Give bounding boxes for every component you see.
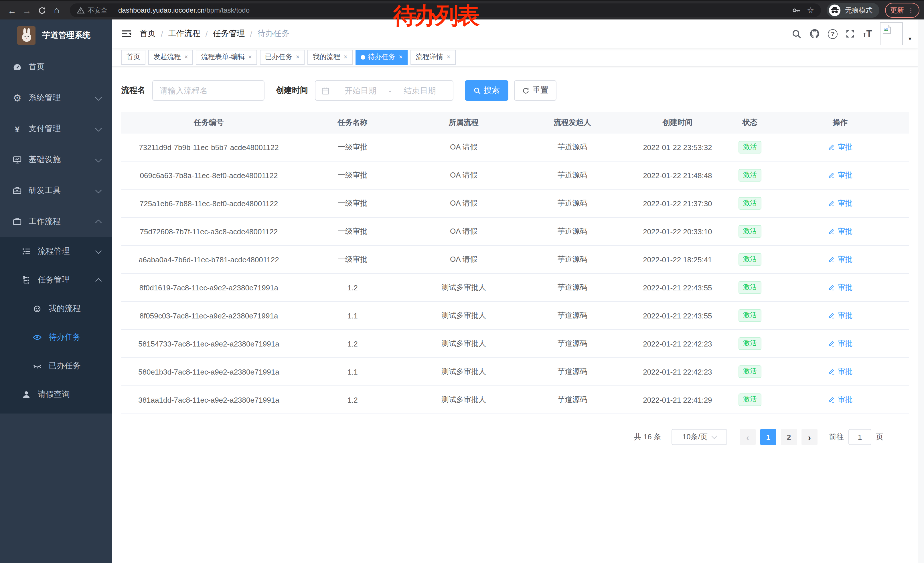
table-row: 8f059c03-7ac8-11ec-a9e2-a2380e71991a 1.1… <box>122 302 909 330</box>
sidebar-fold-icon[interactable] <box>122 29 132 38</box>
sidebar-item-label: 研发工具 <box>28 186 61 196</box>
create-time-label: 创建时间 <box>276 86 308 96</box>
browser-home-icon[interactable] <box>49 3 64 18</box>
sidebar-item-system[interactable]: 系统管理 <box>0 83 112 113</box>
col-task-id: 任务编号 <box>122 112 296 133</box>
fullscreen-icon[interactable] <box>846 29 855 38</box>
sidebar-item-my-process[interactable]: 我的流程 <box>0 294 112 323</box>
browser-reload-icon[interactable] <box>34 3 49 18</box>
prev-page-button[interactable] <box>740 429 756 445</box>
password-key-icon[interactable] <box>792 6 801 15</box>
breadcrumb-home[interactable]: 首页 <box>140 29 156 39</box>
sidebar-item-label: 系统管理 <box>28 93 61 103</box>
sidebar-item-task-mgmt[interactable]: 任务管理 <box>0 266 112 294</box>
incognito-icon <box>828 4 841 17</box>
table-row: 725a1eb6-7b88-11ec-8ef0-acde48001122 一级审… <box>122 189 909 217</box>
reset-button[interactable]: 重置 <box>514 80 556 101</box>
app-logo[interactable]: 芋道管理系统 <box>0 20 112 51</box>
tags-view-bar: 首页 发起流程 流程表单-编辑 已办任务 我的流程 待办任务 流程详情 <box>112 48 918 66</box>
help-icon[interactable] <box>828 29 837 39</box>
breadcrumb-task-mgmt[interactable]: 任务管理 <box>213 29 245 39</box>
sidebar-item-process-mgmt[interactable]: 流程管理 <box>0 237 112 266</box>
sidebar-item-workflow[interactable]: 工作流程 <box>0 206 112 237</box>
pencil-icon <box>828 228 835 235</box>
col-status: 状态 <box>729 112 771 133</box>
sidebar-item-label: 请假查询 <box>38 389 70 400</box>
approve-link[interactable]: 审批 <box>828 338 852 349</box>
goto-page-input[interactable] <box>848 429 872 445</box>
chevron-down-icon <box>95 125 102 131</box>
status-badge: 激活 <box>738 365 761 378</box>
tab-todo-tasks[interactable]: 待办任务 <box>356 50 408 65</box>
broken-image-icon <box>882 24 892 35</box>
approve-link[interactable]: 审批 <box>828 170 852 180</box>
close-icon[interactable] <box>184 54 188 60</box>
approve-link[interactable]: 审批 <box>828 226 852 237</box>
tab-my-process[interactable]: 我的流程 <box>308 50 352 65</box>
close-icon[interactable] <box>447 54 450 60</box>
address-bar[interactable]: 不安全 dashboard.yudao.iocoder.cn /bpm/task… <box>70 3 821 17</box>
page-button-2[interactable]: 2 <box>781 429 797 445</box>
chevron-up-icon <box>95 219 102 226</box>
site-security-chip[interactable]: 不安全 <box>77 6 107 15</box>
process-name-input[interactable] <box>152 80 264 101</box>
avatar[interactable] <box>880 23 903 45</box>
browser-back-icon[interactable] <box>4 3 20 18</box>
approve-link[interactable]: 审批 <box>828 395 852 405</box>
breadcrumb-workflow[interactable]: 工作流程 <box>168 29 200 39</box>
incognito-label: 无痕模式 <box>845 6 873 15</box>
table-row: a6aba0a4-7b6d-11ec-b781-acde48001122 一级审… <box>122 245 909 273</box>
tab-process-detail[interactable]: 流程详情 <box>411 50 455 65</box>
status-badge: 激活 <box>738 393 761 406</box>
next-page-button[interactable] <box>801 429 818 445</box>
github-icon[interactable] <box>810 29 820 39</box>
sidebar-item-dev[interactable]: 研发工具 <box>0 175 112 206</box>
sidebar-item-todo-tasks[interactable]: 待办任务 <box>0 323 112 352</box>
browser-menu-icon[interactable] <box>908 6 914 14</box>
approve-link[interactable]: 审批 <box>828 198 852 209</box>
avatar-caret-icon[interactable] <box>909 36 911 42</box>
close-icon[interactable] <box>344 54 348 60</box>
date-range-picker[interactable]: - <box>315 80 453 101</box>
tab-start-process[interactable]: 发起流程 <box>148 50 193 65</box>
search-button[interactable]: 搜索 <box>465 80 508 101</box>
bookmark-star-icon[interactable] <box>807 6 814 15</box>
sidebar-item-home[interactable]: 首页 <box>0 51 112 83</box>
status-badge: 激活 <box>738 225 761 238</box>
close-icon[interactable] <box>399 54 403 60</box>
tab-form-edit[interactable]: 流程表单-编辑 <box>196 50 257 65</box>
app-root: 不安全 dashboard.yudao.iocoder.cn /bpm/task… <box>0 0 924 563</box>
end-date-input[interactable] <box>393 86 447 96</box>
close-icon[interactable] <box>296 54 300 60</box>
search-icon[interactable] <box>792 29 801 39</box>
url-path: /bpm/task/todo <box>205 6 250 14</box>
browser-chrome: 不安全 dashboard.yudao.iocoder.cn /bpm/task… <box>0 0 924 20</box>
sidebar: 芋道管理系统 首页 系统管理 支付管理 基础设施 <box>0 20 112 563</box>
approve-link[interactable]: 审批 <box>828 311 852 321</box>
font-size-icon[interactable] <box>863 29 872 39</box>
page-size-select[interactable]: 10条/页 <box>672 429 727 445</box>
browser-forward-icon[interactable] <box>20 3 34 18</box>
table-row: 381aa1dd-7ac8-11ec-a9e2-a2380e71991a 1.2… <box>122 386 909 414</box>
approve-link[interactable]: 审批 <box>828 142 852 152</box>
scrollbar[interactable] <box>918 20 924 563</box>
approve-link[interactable]: 审批 <box>828 254 852 264</box>
sidebar-item-pay[interactable]: 支付管理 <box>0 113 112 144</box>
pencil-icon <box>828 312 835 319</box>
tab-home[interactable]: 首页 <box>122 50 146 65</box>
close-icon[interactable] <box>248 54 252 60</box>
sidebar-item-label: 基础设施 <box>28 155 61 165</box>
table-row: 58154733-7ac8-11ec-a9e2-a2380e71991a 1.2… <box>122 330 909 358</box>
sidebar-item-done-tasks[interactable]: 已办任务 <box>0 352 112 380</box>
start-date-input[interactable] <box>333 86 388 96</box>
approve-link[interactable]: 审批 <box>828 282 852 293</box>
sidebar-item-leave-query[interactable]: 请假查询 <box>0 380 112 409</box>
tab-done-tasks[interactable]: 已办任务 <box>260 50 305 65</box>
browser-update-button[interactable]: 更新 <box>885 3 920 18</box>
process-name-label: 流程名 <box>122 86 146 96</box>
sidebar-item-infra[interactable]: 基础设施 <box>0 144 112 175</box>
approve-link[interactable]: 审批 <box>828 366 852 377</box>
page-button-1[interactable]: 1 <box>760 429 776 445</box>
status-badge: 激活 <box>738 309 761 322</box>
sidebar-item-label: 待办任务 <box>49 332 81 342</box>
